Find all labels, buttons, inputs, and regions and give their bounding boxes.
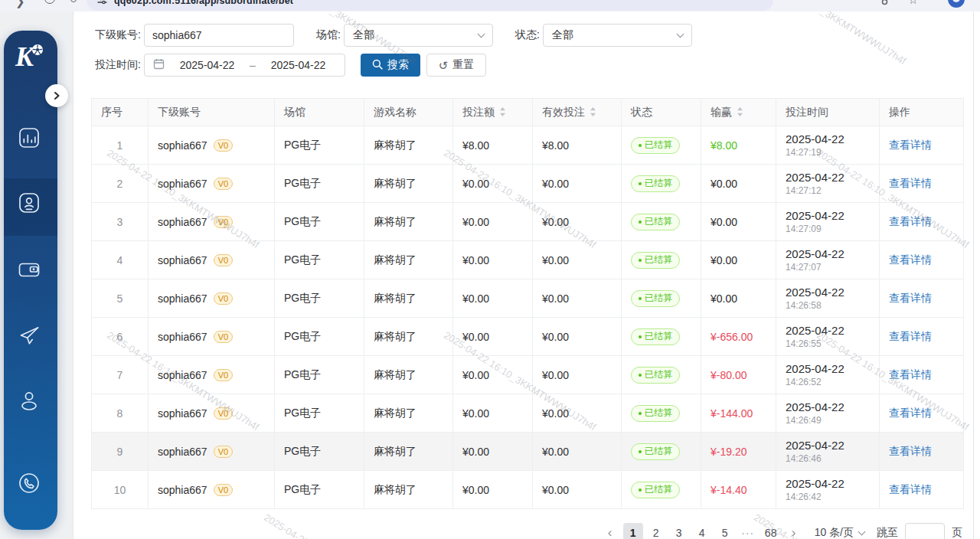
bet-date: 2025-04-22: [786, 286, 870, 299]
cell-seq: 9: [92, 433, 149, 471]
bet-date: 2025-04-22: [786, 171, 870, 185]
status-text: 已结算: [645, 445, 672, 458]
winloss-value: ¥8.00: [710, 139, 737, 152]
page-button[interactable]: 4: [692, 523, 712, 539]
search-button[interactable]: 搜索: [361, 54, 420, 77]
sidebar-item-reports[interactable]: [18, 128, 41, 151]
cell-bet-time: 2025-04-2214:27:12: [776, 165, 880, 203]
view-details-link[interactable]: 查看详情: [889, 215, 932, 227]
account-label: 下级账号:: [91, 28, 141, 42]
cell-valid-bet: ¥0.00: [533, 318, 622, 356]
search-icon: [372, 59, 383, 72]
bet-date: 2025-04-22: [786, 132, 870, 146]
page-button[interactable]: ›: [784, 523, 804, 539]
page-button[interactable]: ‹: [600, 523, 620, 539]
column-label: 投注时间: [786, 106, 828, 118]
cell-bet-amount: ¥0.00: [453, 318, 533, 356]
sidebar-expand-button[interactable]: [45, 84, 68, 107]
bet-date: 2025-04-22: [786, 439, 870, 452]
bet-time: 14:26:49: [786, 415, 870, 426]
reset-icon: ↺: [439, 60, 449, 71]
table-row: 6 sophia667V0 PG电子 麻将胡了 ¥0.00 ¥0.00 已结算 …: [92, 318, 964, 356]
cell-venue: PG电子: [275, 279, 364, 318]
cell-game: 麻将胡了: [364, 241, 453, 279]
user-card-icon: [18, 191, 41, 217]
page-button[interactable]: ···: [738, 523, 758, 539]
page-button[interactable]: 3: [669, 523, 689, 539]
cell-action: 查看详情: [880, 203, 964, 241]
cell-bet-amount: ¥0.00: [453, 165, 533, 203]
status-dot-icon: [639, 450, 642, 453]
view-details-link[interactable]: 查看详情: [889, 139, 932, 151]
status-dot-icon: [639, 374, 642, 377]
person-icon: [18, 389, 41, 415]
view-details-link[interactable]: 查看详情: [889, 292, 932, 304]
brand-logo[interactable]: K: [14, 40, 47, 77]
status-text: 已结算: [645, 253, 672, 266]
extension-icon[interactable]: [70, 0, 77, 2]
date-range-picker[interactable]: 2025-04-22 – 2025-04-22: [144, 54, 345, 77]
sidebar-item-messages[interactable]: [18, 325, 41, 348]
page-button[interactable]: 1: [623, 523, 643, 539]
sidebar-item-wallet[interactable]: [18, 260, 41, 283]
forward-icon[interactable]: ❯: [15, 0, 25, 8]
column-label: 状态: [631, 106, 652, 118]
cell-status: 已结算: [622, 318, 701, 356]
vip-level-badge: V0: [214, 139, 233, 152]
page-button[interactable]: 5: [715, 523, 735, 539]
cell-action: 查看详情: [880, 126, 964, 165]
status-badge: 已结算: [631, 214, 680, 230]
password-key-icon[interactable]: [880, 0, 893, 9]
browser-profile-avatar[interactable]: [948, 0, 965, 8]
cell-bet-time: 2025-04-2214:26:46: [776, 433, 880, 471]
column-label: 有效投注: [542, 106, 585, 118]
cell-account: sophia667V0: [149, 203, 275, 241]
table-column-header: 输赢: [701, 99, 776, 126]
sidebar-item-support[interactable]: [18, 473, 41, 496]
view-details-link[interactable]: 查看详情: [889, 177, 932, 189]
status-select[interactable]: 全部: [543, 24, 692, 47]
bookmark-star-icon[interactable]: ☆: [908, 0, 918, 7]
account-input[interactable]: [144, 24, 294, 47]
table-column-header: 状态: [622, 99, 701, 126]
sidebar-item-profile[interactable]: [18, 390, 41, 413]
per-page-select[interactable]: 10 条/页: [815, 526, 864, 539]
site-settings-icon[interactable]: [97, 0, 107, 5]
view-details-link[interactable]: 查看详情: [889, 483, 932, 495]
cell-valid-bet: ¥0.00: [533, 279, 622, 318]
cell-game: 麻将胡了: [364, 433, 453, 471]
cell-winloss: ¥-656.00: [701, 318, 776, 356]
page-button[interactable]: 68: [761, 523, 781, 539]
table-row: 3 sophia667V0 PG电子 麻将胡了 ¥0.00 ¥0.00 已结算 …: [92, 203, 964, 241]
venue-select[interactable]: 全部: [344, 24, 493, 47]
table-row: 5 sophia667V0 PG电子 麻将胡了 ¥0.00 ¥0.00 已结算 …: [92, 279, 964, 318]
view-details-link[interactable]: 查看详情: [889, 445, 932, 457]
view-details-link[interactable]: 查看详情: [889, 407, 932, 419]
sort-icon[interactable]: [499, 107, 506, 119]
cell-bet-time: 2025-04-2214:27:09: [776, 203, 880, 241]
winloss-value: ¥-80.00: [710, 369, 746, 381]
sort-icon[interactable]: [737, 107, 743, 119]
cell-winloss: ¥0.00: [701, 165, 776, 203]
svg-text:K: K: [15, 41, 36, 72]
status-text: 已结算: [645, 292, 672, 305]
jump-page-input[interactable]: [905, 523, 945, 539]
status-dot-icon: [639, 488, 642, 492]
view-details-link[interactable]: 查看详情: [889, 253, 932, 266]
view-details-link[interactable]: 查看详情: [889, 330, 932, 342]
scrollbar[interactable]: [973, 11, 974, 539]
address-bar[interactable]: qq602p.com:5116/app/subordinate/bet: [87, 0, 773, 11]
sidebar-item-subordinates[interactable]: [18, 193, 41, 216]
sort-icon[interactable]: [590, 107, 596, 119]
page-unit-label: 页: [952, 526, 962, 539]
cell-account: sophia667V0: [149, 279, 275, 318]
page-button[interactable]: 2: [646, 523, 666, 539]
cell-action: 查看详情: [880, 394, 964, 433]
cell-venue: PG电子: [275, 471, 364, 509]
view-details-link[interactable]: 查看详情: [889, 368, 932, 381]
reload-icon[interactable]: [44, 0, 55, 4]
status-label: 状态:: [508, 28, 540, 42]
table-body: 1 sophia667V0 PG电子 麻将胡了 ¥8.00 ¥8.00 已结算 …: [92, 126, 964, 509]
cell-status: 已结算: [622, 241, 701, 279]
reset-button[interactable]: ↺ 重置: [426, 54, 486, 77]
